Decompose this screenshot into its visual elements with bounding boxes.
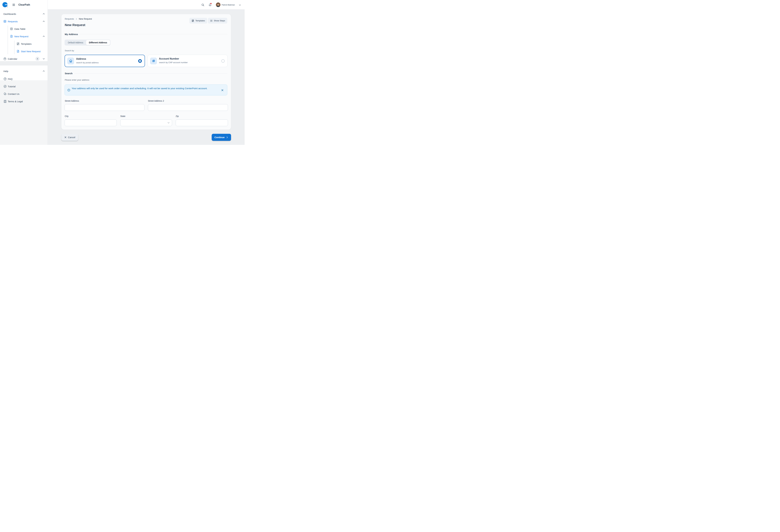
my-address-heading: My Address	[65, 33, 78, 36]
sidebar-item-requests[interactable]: Requests	[0, 18, 48, 25]
section-divider	[75, 73, 227, 73]
sidebar-item-new-request[interactable]: New Request	[0, 33, 48, 40]
compass-icon	[3, 85, 7, 88]
sidebar-item-help[interactable]: Help	[0, 68, 48, 74]
option-card-address[interactable]: Address search by postal address	[64, 55, 145, 67]
templates-button-icon	[192, 19, 194, 22]
tab-default-address[interactable]: Default Address	[65, 40, 86, 45]
hash-icon	[150, 58, 157, 64]
street-address2-label: Street Address 2	[148, 100, 164, 102]
chevron-up-icon[interactable]	[42, 70, 45, 72]
sidebar-item-calendar[interactable]: Calendar 8	[0, 55, 48, 62]
topbar: ® ClearPath Patrick Bateman	[0, 0, 245, 9]
zip-label: Zip	[176, 115, 179, 117]
sidebar-item-contact-us[interactable]: Contact Us	[0, 90, 48, 98]
search-icon[interactable]	[201, 3, 204, 6]
sidebar-item-label: Start New Request	[21, 50, 41, 53]
templates-button[interactable]: Templates	[189, 18, 207, 23]
continue-button-label: Continue	[214, 136, 225, 139]
user-name: Patrick Bateman	[222, 4, 235, 6]
calendar-count-badge: 8	[36, 57, 40, 61]
city-label: City	[65, 115, 68, 117]
street-address-input[interactable]	[64, 104, 144, 111]
templates-icon	[16, 42, 19, 45]
breadcrumb-requests-link[interactable]: Requests	[65, 18, 74, 20]
search-by-options: Address search by postal address Account…	[64, 55, 228, 67]
address-prompt: Please enter your address	[65, 79, 89, 81]
breadcrumb-current: New Request	[79, 18, 92, 20]
sidebar-item-faq[interactable]: FAQ	[0, 75, 48, 83]
street-address2-input[interactable]	[148, 104, 228, 111]
sidebar-item-label: Help	[3, 70, 8, 72]
chevron-down-icon[interactable]	[239, 4, 241, 6]
grid-icon	[3, 20, 6, 23]
radio-unselected[interactable]	[222, 59, 225, 62]
sidebar-item-label: Data Table	[14, 28, 26, 30]
sidebar-item-terms-legal[interactable]: Terms & Legal	[0, 98, 48, 105]
sidebar-item-tutorial[interactable]: Tutorial	[0, 83, 48, 90]
info-banner-text: Your address will only be used for work …	[71, 87, 218, 91]
chevron-up-icon[interactable]	[42, 20, 45, 23]
info-icon	[67, 89, 70, 92]
state-label: State	[120, 115, 126, 117]
option-subtitle: search by CNP account number	[159, 61, 188, 64]
sidebar-help-panel: Help FAQ Tutorial Contact Us Terms & Leg…	[0, 65, 48, 145]
address-tabs: Default Address Different Address	[64, 40, 110, 46]
file-plus-icon	[16, 50, 19, 53]
radio-selected[interactable]	[138, 59, 142, 63]
new-request-card: Requests New Request Templates Show Step…	[61, 14, 231, 130]
option-subtitle: search by postal address	[76, 61, 99, 64]
sidebar-item-start-new-request[interactable]: Start New Request	[0, 48, 48, 55]
zip-input[interactable]	[176, 119, 228, 126]
my-address-section-header: My Address	[65, 33, 227, 36]
option-title: Address	[76, 58, 86, 60]
app-title: ClearPath	[18, 3, 30, 6]
search-by-label: Search by:	[65, 49, 75, 52]
city-input[interactable]	[64, 119, 117, 126]
sidebar-item-dashboards[interactable]: Dashboards	[0, 10, 48, 18]
sidebar-item-data-table[interactable]: Data Table	[0, 25, 48, 33]
section-divider	[80, 34, 227, 35]
show-steps-button[interactable]: Show Steps	[208, 18, 227, 23]
cancel-button[interactable]: Cancel	[61, 134, 78, 141]
hamburger-icon[interactable]	[12, 3, 15, 6]
app-window: ® ClearPath Patrick Bateman	[0, 0, 245, 145]
chevron-up-icon[interactable]	[42, 35, 45, 38]
chat-icon	[3, 92, 7, 96]
close-icon[interactable]	[221, 89, 224, 92]
search-section-header: Search	[65, 72, 227, 75]
chevron-right-icon	[226, 136, 228, 139]
page-title: New Request	[65, 23, 85, 27]
registered-trademark: ®	[7, 6, 8, 8]
sidebar-item-label: Dashboards	[3, 13, 16, 15]
info-banner: Your address will only be used for work …	[64, 85, 227, 95]
state-select[interactable]	[120, 119, 172, 126]
breadcrumb: Requests New Request	[65, 18, 92, 20]
calendar-icon	[3, 57, 6, 60]
sidebar-item-label: Templates	[21, 43, 32, 45]
sidebar-item-label: Tutorial	[8, 85, 15, 88]
notification-dot	[210, 3, 211, 4]
table-icon	[10, 28, 13, 31]
sidebar: Dashboards Requests Data Table New Reque…	[0, 9, 48, 145]
chevron-up-icon[interactable]	[42, 13, 45, 15]
question-circle-icon	[3, 77, 7, 81]
street-address-label: Street Address	[65, 100, 79, 102]
list-icon	[210, 19, 213, 22]
templates-button-label: Templates	[195, 19, 205, 22]
file-plus-icon	[10, 35, 13, 38]
show-steps-button-label: Show Steps	[214, 19, 225, 22]
tab-different-address[interactable]: Different Address	[86, 40, 110, 45]
sidebar-item-label: Terms & Legal	[8, 100, 23, 103]
continue-button[interactable]: Continue	[212, 134, 231, 141]
book-icon	[3, 100, 7, 103]
close-icon	[64, 136, 66, 139]
option-card-account-number[interactable]: Account Number search by CNP account num…	[148, 55, 228, 67]
sidebar-item-label: Requests	[8, 20, 18, 23]
sidebar-item-templates[interactable]: Templates	[0, 40, 48, 48]
sidebar-item-label: Contact Us	[8, 93, 19, 95]
search-heading: Search	[65, 72, 72, 75]
avatar[interactable]	[216, 2, 221, 7]
chevron-down-icon[interactable]	[42, 58, 45, 60]
cancel-button-label: Cancel	[68, 136, 75, 139]
